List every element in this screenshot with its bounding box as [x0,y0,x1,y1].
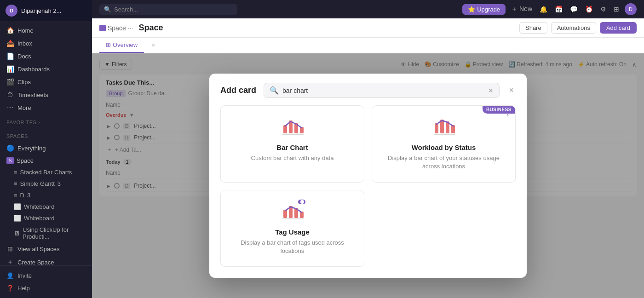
card-name: Workload by Status [412,143,476,151]
sidebar-bottom: 👤 Invite ❓ Help [0,265,92,298]
d-icon: ≡ [14,192,17,199]
card-description: Custom bar chart with any data [251,154,334,162]
share-button[interactable]: Share [519,22,547,34]
search-icon-modal: 🔍 [270,86,279,95]
toggle-overlay [298,200,305,204]
new-button[interactable]: ＋ New [509,3,534,15]
workspace-name: Dipanjenah 2... [21,7,86,14]
grid-icon[interactable]: ⊞ [612,4,621,15]
sidebar-item-whiteboard1[interactable]: ⬜ Whiteboard [0,201,92,212]
sidebar-item-dashboards[interactable]: 📊 Dashboards [0,63,92,75]
modal-body: Bar Chart Custom bar chart with any data… [209,105,527,278]
help-button[interactable]: ❓ Help [0,282,92,294]
sidebar-item-d[interactable]: ≡ D 3 [0,189,92,201]
sidebar-item-clips[interactable]: 🎬 Clips [0,75,92,88]
automations-button[interactable]: Automations [551,22,596,34]
add-card-button[interactable]: Add card [600,22,637,34]
settings-icon[interactable]: ⚙ [598,4,608,15]
sidebar-item-label: Timesheets [17,92,86,98]
space-icon-small [99,25,106,31]
user-avatar[interactable]: D [625,3,637,15]
sidebar-item-timesheets[interactable]: ⏱ Timesheets [0,88,92,101]
clock-icon[interactable]: ⏰ [583,4,595,15]
dashboards-icon: 📊 [6,65,14,73]
sidebar-item-stacked-bar-charts[interactable]: ≡ Stacked Bar Charts [0,166,92,178]
docs-icon: 📄 [6,52,14,60]
tab-list[interactable]: ≡ [145,38,161,53]
home-icon: 🏠 [6,27,14,34]
add-card-modal: Add card 🔍 ✕ × [209,74,527,278]
sidebar-nav: 🏠 Home 📥 Inbox 📄 Docs 📊 Dashboards 🎬 Cli… [0,21,92,265]
help-label: Help [17,285,30,292]
help-icon: ❓ [6,285,14,292]
card-item-tag-usage[interactable]: Tag Usage Display a bar chart of tags us… [220,190,364,267]
page-title: Space [138,23,163,33]
card-name: Tag Usage [275,228,310,236]
invite-button[interactable]: 👤 Invite [0,269,92,282]
card-name: Bar Chart [276,143,308,151]
sidebar-item-label: Dashboards [17,66,86,73]
breadcrumb-dots: ··· [128,24,133,32]
arrow-link[interactable]: › [507,111,509,118]
sidebar-item-whiteboard2[interactable]: ⬜ Whiteboard [0,212,92,224]
page-header: Space ··· Space Share Automations Add ca… [92,18,644,38]
sidebar-item-label: Inbox [17,40,86,47]
clips-icon: 🎬 [6,78,14,86]
sidebar-sub-item-label: Using ClickUp for Producti... [23,226,86,240]
sidebar-item-view-all-spaces[interactable]: ⊞ View all Spaces [0,242,92,255]
simple-gantt-badge: 3 [58,180,61,187]
sidebar-item-simple-gantt[interactable]: ≡ Simple Gantt 3 [0,178,92,189]
search-input[interactable] [282,87,484,94]
create-space-icon: ＋ [6,258,14,265]
tab-overview[interactable]: ⊞ Overview [99,38,144,53]
timesheets-icon: ⏱ [6,91,14,98]
breadcrumb-space: Space [108,24,126,32]
workspace-avatar: D [6,5,17,17]
card-item-workload[interactable]: BUSINESS › [372,105,516,182]
tag-usage-icon [282,201,304,222]
sidebar-item-label: Space [17,157,34,164]
sidebar-sub-item-label: Stacked Bar Charts [20,169,72,176]
upgrade-button[interactable]: ⭐ Upgrade [462,4,506,15]
sidebar-item-everything[interactable]: 🔵 Everything [0,142,92,155]
spaces-label: Spaces [0,131,92,142]
sidebar-item-inbox[interactable]: 📥 Inbox [0,37,92,50]
sidebar-item-home[interactable]: 🏠 Home [0,24,92,37]
calendar-icon[interactable]: 📅 [553,4,564,15]
list-icon: ≡ [14,169,17,176]
view-all-icon: ⊞ [6,245,14,252]
search-bar[interactable]: 🔍 Search... [99,4,237,15]
sidebar-item-space[interactable]: S Space [0,155,92,166]
sidebar-item-more[interactable]: ⋯ More [0,101,92,114]
modal-search-container[interactable]: 🔍 ✕ [264,83,500,98]
sidebar-item-label: View all Spaces [17,246,60,252]
sidebar-item-label: Clips [17,79,86,86]
page-header-actions: Share Automations Add card [519,22,637,34]
search-clear-button[interactable]: ✕ [488,87,494,94]
sidebar-item-label: Docs [17,53,86,60]
topbar-actions: ⭐ Upgrade ＋ New 🔔 📅 💬 ⏰ ⚙ ⊞ D [462,3,637,15]
modal-header: Add card 🔍 ✕ × [209,74,527,105]
notifications-icon[interactable]: 🔔 [538,4,549,15]
chat-icon[interactable]: 💬 [568,4,580,15]
modal-overlay[interactable]: Add card 🔍 ✕ × [92,53,644,298]
sidebar-item-label: Everything [17,145,86,152]
modal-title: Add card [220,86,256,95]
toggle-knob [300,200,304,204]
search-icon: 🔍 [104,6,111,13]
sidebar-sub-item-label: Whiteboard [24,215,54,222]
sidebar: D Dipanjenah 2... 🏠 Home 📥 Inbox 📄 Docs … [0,0,92,298]
everything-icon: 🔵 [6,144,14,152]
sidebar-item-docs[interactable]: 📄 Docs [0,50,92,63]
inbox-icon: 📥 [6,40,14,47]
sidebar-sub-item-label: Whiteboard [24,203,54,210]
d-badge: 3 [27,192,30,199]
modal-close-button[interactable]: × [507,84,516,97]
card-item-bar-chart[interactable]: Bar Chart Custom bar chart with any data [220,105,364,182]
sidebar-item-create-space[interactable]: ＋ Create Space [0,255,92,265]
sidebar-item-using-clickup[interactable]: 🖥 Using ClickUp for Producti... [0,224,92,242]
overview-icon: ⊞ [106,41,111,48]
sidebar-item-label: More [17,104,86,111]
invite-icon: 👤 [6,272,14,279]
sidebar-top: D Dipanjenah 2... [0,0,92,21]
